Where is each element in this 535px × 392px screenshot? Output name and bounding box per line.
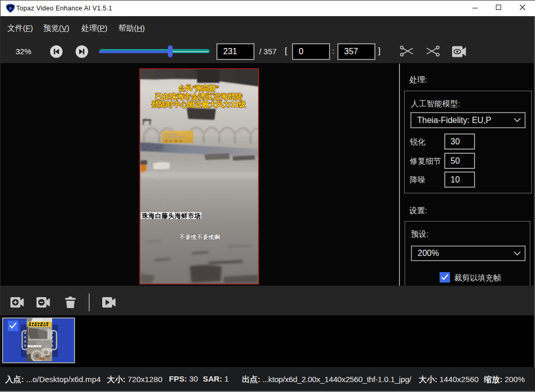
svg-text:登陆时中心附近最大风力12级: 登陆时中心附近最大风力12级 (151, 100, 247, 108)
svg-text:不要慌不要慌啊: 不要慌不要慌啊 (179, 234, 221, 240)
svg-text:珠海白藤头海鲜市场: 珠海白藤头海鲜市场 (141, 212, 201, 219)
svg-text:台风“海高斯”: 台风“海高斯” (178, 84, 219, 92)
